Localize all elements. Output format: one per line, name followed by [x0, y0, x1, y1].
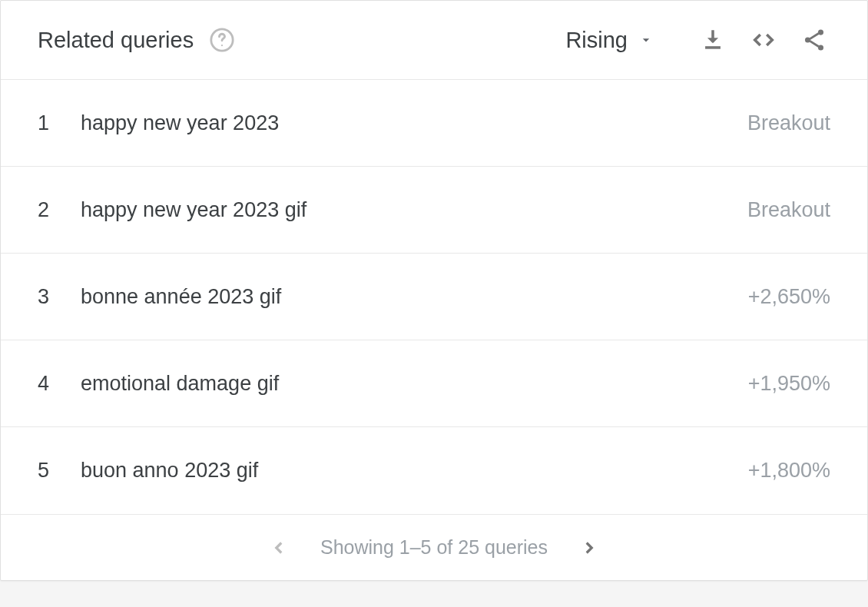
share-button[interactable] [795, 21, 833, 59]
sort-dropdown-label: Rising [565, 28, 628, 53]
list-item-value: +1,800% [748, 459, 830, 483]
list-item-rank: 5 [38, 459, 81, 483]
list-item-query: happy new year 2023 [81, 111, 747, 135]
chevron-right-icon [579, 538, 599, 558]
sort-dropdown[interactable]: Rising [565, 28, 654, 53]
query-list: 1 happy new year 2023 Breakout 2 happy n… [1, 80, 867, 514]
prev-page-button[interactable] [265, 534, 293, 562]
list-item-query: emotional damage gif [81, 372, 748, 396]
list-item[interactable]: 3 bonne année 2023 gif +2,650% [1, 254, 867, 340]
list-item-query: bonne année 2023 gif [81, 285, 748, 309]
download-button[interactable] [694, 21, 732, 59]
list-item-value: Breakout [747, 111, 830, 135]
card-header: Related queries Rising [1, 1, 867, 80]
next-page-button[interactable] [575, 534, 603, 562]
list-item-query: buon anno 2023 gif [81, 459, 748, 483]
list-item-query: happy new year 2023 gif [81, 198, 747, 222]
list-item[interactable]: 1 happy new year 2023 Breakout [1, 80, 867, 167]
code-icon [750, 27, 777, 53]
list-item-rank: 4 [38, 372, 81, 396]
list-item[interactable]: 5 buon anno 2023 gif +1,800% [1, 427, 867, 514]
chevron-down-icon [638, 32, 654, 48]
list-item-value: Breakout [747, 198, 830, 222]
embed-button[interactable] [744, 21, 783, 59]
help-icon[interactable] [209, 27, 235, 53]
download-icon [700, 27, 726, 53]
list-item-rank: 3 [38, 285, 81, 309]
pagination-label: Showing 1–5 of 25 queries [320, 536, 548, 559]
list-item-rank: 2 [38, 198, 81, 222]
list-item-rank: 1 [38, 111, 81, 135]
list-item[interactable]: 2 happy new year 2023 gif Breakout [1, 167, 867, 254]
svg-point-1 [221, 45, 223, 46]
pagination-footer: Showing 1–5 of 25 queries [1, 514, 867, 580]
share-icon [801, 27, 827, 53]
list-item-value: +2,650% [748, 285, 830, 309]
related-queries-card: Related queries Rising [0, 0, 868, 581]
card-title: Related queries [38, 28, 194, 53]
list-item-value: +1,950% [748, 372, 830, 396]
chevron-left-icon [269, 538, 289, 558]
list-item[interactable]: 4 emotional damage gif +1,950% [1, 340, 867, 427]
